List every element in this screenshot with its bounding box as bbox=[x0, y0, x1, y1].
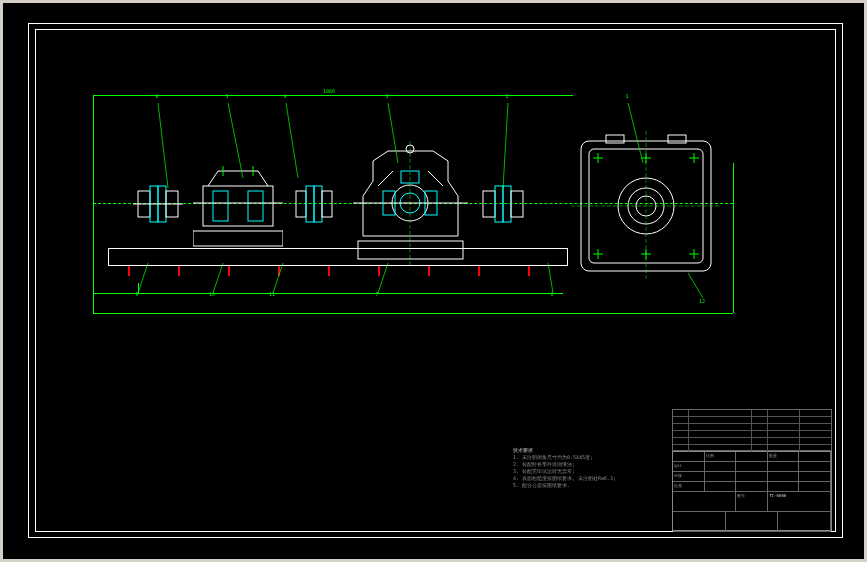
tb-cell: 数量 bbox=[768, 452, 800, 461]
tb-cell bbox=[705, 462, 737, 471]
tb-cell: 图号 bbox=[736, 492, 769, 511]
tb-cell bbox=[768, 472, 800, 481]
svg-line-58 bbox=[273, 263, 283, 293]
note-line: 4. 表面粗糙度按图纸要求, 未注明处Ra6.3; bbox=[513, 475, 616, 482]
leaders-bottom bbox=[88, 258, 738, 308]
parts-list bbox=[672, 409, 832, 451]
tb-cell: 比例 bbox=[705, 452, 737, 461]
svg-line-61 bbox=[688, 273, 703, 298]
title-row: 比例 数量 bbox=[673, 452, 831, 462]
tb-cell bbox=[736, 462, 768, 471]
svg-line-56 bbox=[138, 263, 148, 293]
tb-cell bbox=[799, 472, 831, 481]
tb-cell: 批准 bbox=[673, 482, 705, 491]
tb-cell bbox=[673, 512, 726, 531]
tb-drawing-number: TC-0000 bbox=[768, 492, 831, 511]
balloon: 10 bbox=[208, 291, 216, 299]
svg-line-54 bbox=[503, 103, 508, 188]
balloon: 7 bbox=[373, 291, 381, 299]
title-row: 审核 bbox=[673, 472, 831, 482]
balloon: 8 bbox=[548, 291, 556, 299]
note-line: 1. 未注明倒角尺寸均为0.5X45度; bbox=[513, 454, 616, 461]
note-line: 5. 配合公差按图纸要求. bbox=[513, 482, 616, 489]
tb-cell bbox=[673, 452, 705, 461]
notes-heading: 技术要求 bbox=[513, 447, 616, 454]
cad-canvas[interactable]: 1860 bbox=[3, 3, 864, 559]
balloon: 2 bbox=[503, 93, 511, 101]
svg-rect-8 bbox=[193, 231, 283, 246]
svg-line-52 bbox=[286, 103, 298, 178]
tb-cell: 设计 bbox=[673, 462, 705, 471]
title-block: 比例 数量 设计 审核 批准 bbox=[672, 451, 832, 531]
svg-line-51 bbox=[228, 103, 243, 178]
title-row bbox=[673, 512, 831, 532]
tb-cell bbox=[726, 512, 779, 531]
title-row: 批准 bbox=[673, 482, 831, 492]
tb-cell bbox=[736, 452, 768, 461]
balloon: 3 bbox=[383, 93, 391, 101]
viewer-window: 1860 bbox=[0, 0, 867, 562]
title-row: 图号 TC-0000 bbox=[673, 492, 831, 512]
tb-cell bbox=[799, 482, 831, 491]
technical-notes: 技术要求 1. 未注明倒角尺寸均为0.5X45度; 2. 装配时各零件涂润滑油;… bbox=[513, 447, 616, 489]
tb-cell bbox=[736, 472, 768, 481]
svg-line-50 bbox=[158, 103, 168, 188]
balloon: 11 bbox=[268, 291, 276, 299]
dim-overall-bottom bbox=[93, 313, 733, 314]
balloon: 12 bbox=[698, 298, 706, 306]
title-row: 设计 bbox=[673, 462, 831, 472]
svg-line-59 bbox=[378, 263, 388, 293]
svg-line-60 bbox=[548, 263, 553, 293]
svg-line-53 bbox=[388, 103, 398, 163]
balloon: 4 bbox=[281, 93, 289, 101]
tb-cell bbox=[768, 482, 800, 491]
balloon: 5 bbox=[223, 93, 231, 101]
svg-line-57 bbox=[213, 263, 223, 293]
tb-cell bbox=[799, 462, 831, 471]
balloon: 6 bbox=[153, 93, 161, 101]
balloon: 9 bbox=[133, 291, 141, 299]
note-line: 2. 装配时各零件涂润滑油; bbox=[513, 461, 616, 468]
tb-cell bbox=[705, 472, 737, 481]
svg-rect-24 bbox=[358, 241, 463, 259]
tb-cell bbox=[799, 452, 831, 461]
balloon: 1 bbox=[623, 93, 631, 101]
svg-line-55 bbox=[628, 103, 643, 163]
tb-cell bbox=[705, 482, 737, 491]
tb-cell bbox=[673, 492, 736, 511]
leaders-top bbox=[88, 88, 738, 208]
dim-tick bbox=[138, 283, 139, 293]
tb-cell: 审核 bbox=[673, 472, 705, 481]
tb-cell bbox=[768, 462, 800, 471]
tb-cell bbox=[778, 512, 831, 531]
tb-cell bbox=[736, 482, 768, 491]
note-line: 3. 装配完毕试运转无异常; bbox=[513, 468, 616, 475]
